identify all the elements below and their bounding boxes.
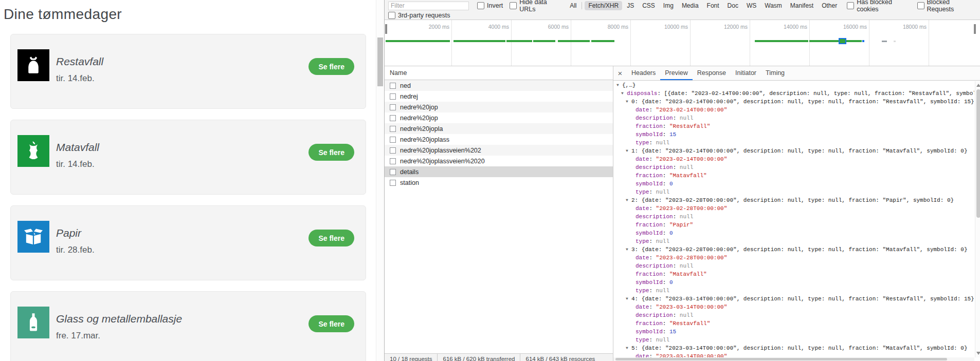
json-key: symbolId [636, 279, 663, 286]
request-row[interactable]: nedrej [385, 91, 613, 102]
filter-type-chip[interactable]: Img [660, 1, 677, 10]
selected-request-marker [839, 38, 846, 44]
request-row[interactable]: nedre%20jop [385, 112, 613, 123]
waste-fraction-name: Papir [56, 227, 95, 239]
request-name: nedre%20jopla [400, 125, 443, 132]
request-detail-pane: × Headers Preview Response Initiator Tim… [613, 66, 980, 361]
filter-type-chip[interactable]: Wasm [761, 1, 786, 10]
detail-tab[interactable]: Initiator [731, 66, 761, 80]
waste-fraction-icon [17, 221, 49, 253]
overview-left-handle[interactable] [385, 24, 387, 34]
filter-type-chip[interactable]: Other [818, 1, 841, 10]
preview-horizontal-scrollbar[interactable] [613, 357, 974, 361]
json-object-line[interactable]: ▼5: {date: "2023-03-14T00:00:00", descri… [613, 344, 974, 352]
json-object-line[interactable]: ▼2: {date: "2023-02-28T00:00:00", descri… [613, 196, 974, 204]
invert-checkbox[interactable]: Invert [477, 2, 503, 9]
filter-row-1: Invert Hide data URLs All Fetch/XHR JS C… [385, 0, 980, 11]
network-overview-timeline[interactable]: 2000 ms 4000 ms 6000 ms 8000 ms 10000 ms… [385, 20, 980, 66]
vertical-scrollbar-thumb[interactable] [976, 89, 980, 218]
waste-glyph-icon [22, 53, 45, 77]
waste-card-text: Papir tir. 28.feb. [56, 206, 95, 255]
json-disposals-line[interactable]: ▼disposals: [{date: "2023-02-14T00:00:00… [613, 89, 974, 98]
page-scrollbar-thumb[interactable] [377, 37, 383, 86]
page-scrollbar[interactable] [376, 0, 385, 361]
checkbox-icon[interactable] [477, 2, 484, 9]
filter-type-chip[interactable]: CSS [639, 1, 659, 10]
filter-type-all[interactable]: All [567, 1, 579, 10]
expand-arrow-icon[interactable]: ▼ [626, 245, 631, 254]
expand-arrow-icon[interactable]: ▼ [626, 344, 631, 352]
filter-type-chip[interactable]: Fetch/XHR [585, 1, 622, 10]
filter-type-chip[interactable]: WS [743, 1, 760, 10]
expand-arrow-icon[interactable]: ▼ [621, 89, 627, 98]
filter-type-chip[interactable]: Media [678, 1, 702, 10]
expand-arrow-icon[interactable]: ▼ [616, 81, 622, 89]
request-row[interactable]: nedre%20jopla [385, 123, 613, 134]
waste-fraction-icon [17, 49, 49, 81]
filter-type-chip[interactable]: Doc [724, 1, 742, 10]
request-list-name-header[interactable]: Name [385, 66, 613, 80]
json-key: type [636, 238, 649, 244]
detail-tab[interactable]: Preview [660, 66, 692, 80]
json-key: date [636, 107, 649, 113]
detail-tab[interactable]: Timing [761, 66, 789, 80]
json-key: disposals [627, 90, 657, 97]
has-blocked-cookies-checkbox[interactable]: Has blocked cookies [847, 0, 910, 13]
checkbox-icon[interactable] [917, 2, 924, 9]
expand-arrow-icon[interactable]: ▼ [626, 147, 631, 155]
requests-count: 10 / 18 requests [385, 354, 437, 361]
request-row[interactable]: station [385, 177, 613, 188]
request-name: details [400, 168, 419, 176]
request-row[interactable]: nedre%20joplass [385, 134, 613, 145]
third-party-checkbox[interactable]: 3rd-party requests [388, 12, 450, 19]
json-property-line: description: null [613, 163, 974, 172]
waterfall-end-dot [862, 40, 864, 42]
json-property-line: description: null [613, 114, 974, 122]
detail-tab[interactable]: Headers [627, 66, 660, 80]
request-doc-icon [390, 147, 396, 154]
overview-right-handle[interactable] [974, 24, 976, 34]
close-icon[interactable]: × [613, 66, 627, 80]
expand-arrow-icon[interactable]: ▼ [626, 295, 631, 303]
json-property-line: symbolId: 0 [613, 180, 974, 188]
scroll-down-icon[interactable] [976, 352, 980, 355]
waterfall-segment [755, 40, 808, 42]
request-row[interactable]: nedre%20joplassveien%202 [385, 145, 613, 156]
filter-type-chip[interactable]: Manifest [787, 1, 817, 10]
json-object-summary: 2: {date: "2023-02-28T00:00:00", descrip… [631, 197, 954, 203]
json-object-line[interactable]: ▼1: {date: "2023-02-14T00:00:00", descri… [613, 147, 974, 155]
json-object-summary: 1: {date: "2023-02-14T00:00:00", descrip… [631, 148, 968, 154]
request-row[interactable]: ned [385, 80, 613, 91]
see-more-button[interactable]: Se flere [308, 315, 354, 332]
preview-vertical-scrollbar[interactable] [975, 81, 980, 357]
json-null-value: null [656, 238, 669, 244]
json-object-line[interactable]: ▼3: {date: "2023-02-28T00:00:00", descri… [613, 245, 974, 254]
network-filter-input[interactable] [388, 2, 469, 10]
detail-tabs: Headers Preview Response Initiator Timin… [627, 66, 789, 80]
checkbox-icon[interactable] [510, 2, 517, 9]
hide-data-urls-checkbox[interactable]: Hide data URLs [510, 0, 560, 13]
scroll-up-icon[interactable] [976, 84, 980, 87]
json-object-line[interactable]: ▼4: {date: "2023-03-14T00:00:00", descri… [613, 295, 974, 303]
see-more-button[interactable]: Se flere [308, 230, 354, 246]
json-null-value: null [656, 189, 669, 195]
request-row[interactable]: details [385, 166, 613, 177]
checkbox-icon[interactable] [847, 2, 854, 9]
expand-arrow-icon[interactable]: ▼ [626, 98, 631, 106]
expand-arrow-icon[interactable]: ▼ [626, 196, 631, 204]
json-key: fraction [636, 173, 663, 179]
checkbox-icon[interactable] [388, 12, 395, 19]
request-doc-icon [390, 158, 396, 164]
filter-type-chip[interactable]: Font [703, 1, 723, 10]
request-row[interactable]: nedre%20joplassveien%2020 [385, 156, 613, 166]
filter-type-chip[interactable]: JS [623, 1, 638, 10]
json-object-line[interactable]: ▼0: {date: "2023-02-14T00:00:00", descri… [613, 98, 974, 106]
json-property-line: fraction: "Restavfall" [613, 122, 974, 130]
see-more-button[interactable]: Se flere [308, 58, 354, 75]
detail-tab[interactable]: Response [693, 66, 731, 80]
json-root-line[interactable]: ▼{,…} [613, 81, 974, 89]
request-row[interactable]: nedre%20jop [385, 102, 613, 112]
blocked-requests-checkbox[interactable]: Blocked Requests [917, 0, 974, 13]
see-more-button[interactable]: Se flere [308, 144, 354, 161]
horizontal-scrollbar-thumb[interactable] [615, 358, 947, 360]
